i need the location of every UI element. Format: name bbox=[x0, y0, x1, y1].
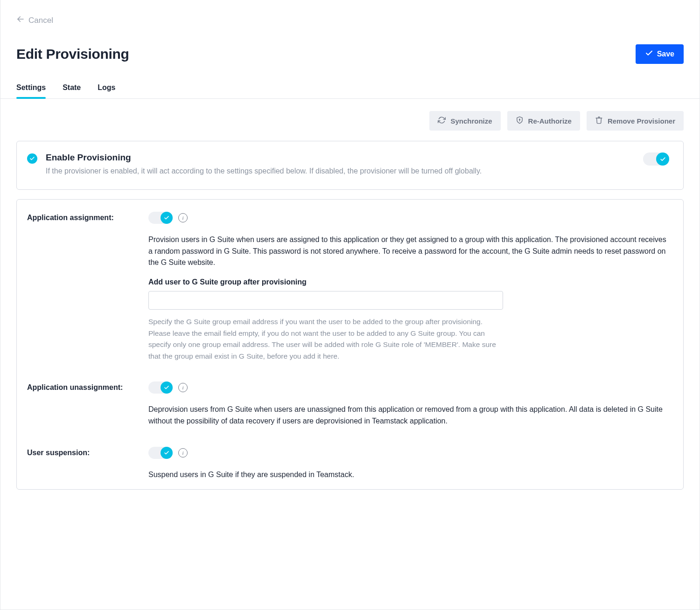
toggle-knob bbox=[161, 381, 173, 394]
group-email-input[interactable] bbox=[148, 291, 503, 310]
cancel-label: Cancel bbox=[28, 16, 53, 25]
check-icon bbox=[645, 49, 653, 59]
application-assignment-toggle[interactable] bbox=[148, 212, 173, 224]
reauthorize-label: Re-Authorize bbox=[528, 117, 572, 125]
toggle-knob bbox=[161, 447, 173, 459]
arrow-left-icon bbox=[16, 15, 25, 26]
enable-desc: If the provisioner is enabled, it will a… bbox=[46, 166, 635, 177]
trash-icon bbox=[595, 116, 603, 125]
application-unassignment-row: Application unassignment: i Deprovision … bbox=[27, 381, 669, 427]
remove-provisioner-button[interactable]: Remove Provisioner bbox=[587, 111, 684, 131]
synchronize-label: Synchronize bbox=[450, 117, 492, 125]
toggle-line: i bbox=[148, 212, 669, 224]
page-title: Edit Provisioning bbox=[16, 46, 129, 62]
page-container: Cancel Edit Provisioning Save Settings S… bbox=[0, 0, 700, 610]
application-assignment-body: i Provision users in G Suite when users … bbox=[148, 212, 669, 362]
application-unassignment-label: Application unassignment: bbox=[27, 381, 137, 392]
enabled-check-icon bbox=[27, 153, 37, 164]
synchronize-button[interactable]: Synchronize bbox=[429, 111, 500, 131]
svg-point-1 bbox=[519, 119, 520, 120]
topbar: Cancel bbox=[0, 0, 700, 26]
toggle-knob bbox=[161, 212, 173, 224]
application-unassignment-toggle[interactable] bbox=[148, 381, 173, 394]
tab-settings[interactable]: Settings bbox=[16, 83, 46, 98]
toggle-line: i bbox=[148, 447, 669, 459]
application-assignment-desc: Provision users in G Suite when users ar… bbox=[148, 234, 669, 269]
group-subheading: Add user to G Suite group after provisio… bbox=[148, 278, 669, 286]
title-row: Edit Provisioning Save bbox=[0, 26, 700, 64]
save-label: Save bbox=[657, 50, 674, 58]
enable-card: Enable Provisioning If the provisioner i… bbox=[16, 141, 684, 190]
user-suspension-row: User suspension: i Suspend users in G Su… bbox=[27, 447, 669, 481]
cancel-link[interactable]: Cancel bbox=[16, 15, 53, 26]
shield-icon bbox=[516, 116, 524, 125]
enable-row: Enable Provisioning If the provisioner i… bbox=[17, 141, 683, 189]
tab-bar: Settings State Logs bbox=[0, 64, 700, 99]
tab-state[interactable]: State bbox=[63, 83, 81, 98]
info-icon[interactable]: i bbox=[178, 383, 188, 392]
toggle-knob bbox=[656, 152, 669, 166]
group-hint: Specify the G Suite group email address … bbox=[148, 316, 503, 362]
user-suspension-desc: Suspend users in G Suite if they are sus… bbox=[148, 469, 669, 481]
refresh-icon bbox=[438, 116, 446, 125]
remove-label: Remove Provisioner bbox=[608, 117, 675, 125]
user-suspension-label: User suspension: bbox=[27, 447, 137, 457]
user-suspension-toggle[interactable] bbox=[148, 447, 173, 459]
settings-card: Application assignment: i Provision user… bbox=[16, 199, 684, 490]
user-suspension-body: i Suspend users in G Suite if they are s… bbox=[148, 447, 669, 481]
enable-title: Enable Provisioning bbox=[46, 152, 635, 163]
info-icon[interactable]: i bbox=[178, 448, 188, 458]
application-assignment-label: Application assignment: bbox=[27, 212, 137, 222]
toggle-line: i bbox=[148, 381, 669, 394]
actions-row: Synchronize Re-Authorize Remove Provisio… bbox=[0, 99, 700, 131]
enable-text: Enable Provisioning If the provisioner i… bbox=[46, 152, 635, 177]
application-unassignment-desc: Deprovision users from G Suite when user… bbox=[148, 404, 669, 427]
info-icon[interactable]: i bbox=[178, 213, 188, 222]
enable-provisioning-toggle[interactable] bbox=[643, 152, 669, 166]
application-unassignment-body: i Deprovision users from G Suite when us… bbox=[148, 381, 669, 427]
reauthorize-button[interactable]: Re-Authorize bbox=[507, 111, 580, 131]
save-button[interactable]: Save bbox=[636, 44, 684, 64]
tab-logs[interactable]: Logs bbox=[98, 83, 115, 98]
application-assignment-row: Application assignment: i Provision user… bbox=[27, 212, 669, 362]
